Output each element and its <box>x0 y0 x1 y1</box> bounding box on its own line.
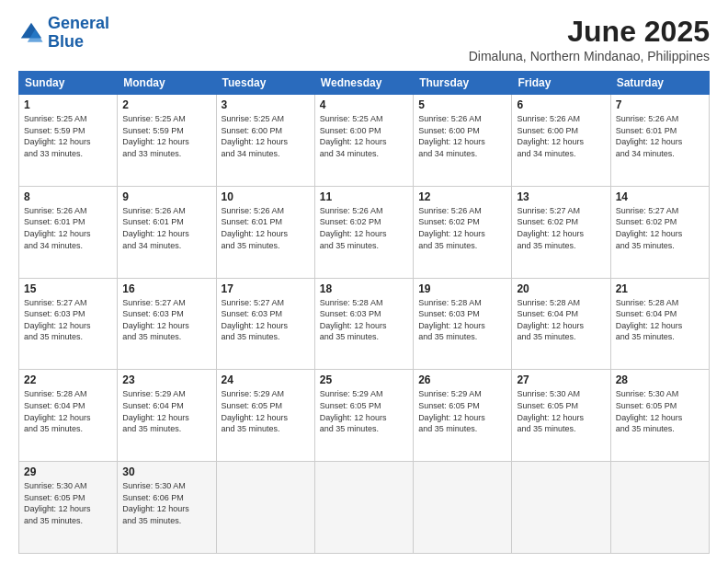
day-number: 2 <box>122 98 210 111</box>
logo: General Blue <box>18 15 109 52</box>
sunset-text: Sunset: 6:05 PM <box>418 401 480 410</box>
col-monday: Monday <box>118 72 216 95</box>
sunrise-text: Sunrise: 5:30 AM <box>616 389 679 398</box>
col-thursday: Thursday <box>414 72 512 95</box>
daylight-minutes: and 34 minutes. <box>122 241 181 250</box>
col-saturday: Saturday <box>610 72 709 95</box>
sunrise-text: Sunrise: 5:29 AM <box>418 389 482 398</box>
day-number: 14 <box>616 190 704 203</box>
day-number: 8 <box>24 190 112 203</box>
daylight-minutes: and 34 minutes. <box>222 149 280 158</box>
sunset-text: Sunset: 6:03 PM <box>24 309 85 318</box>
day-number: 6 <box>517 98 605 111</box>
daylight-minutes: and 33 minutes. <box>24 149 83 158</box>
sunset-text: Sunset: 6:06 PM <box>122 493 184 502</box>
sunrise-text: Sunrise: 5:25 AM <box>320 114 383 123</box>
sunrise-text: Sunrise: 5:29 AM <box>222 389 285 398</box>
day-detail: Sunrise: 5:30 AM Sunset: 6:05 PM Dayligh… <box>24 480 112 526</box>
day-detail: Sunrise: 5:26 AM Sunset: 6:02 PM Dayligh… <box>418 205 506 251</box>
daylight-text: Daylight: 12 hours <box>320 413 387 422</box>
daylight-minutes: and 34 minutes. <box>616 149 675 158</box>
calendar-title: June 2025 <box>469 15 710 49</box>
daylight-minutes: and 34 minutes. <box>517 149 575 158</box>
day-number: 1 <box>24 98 112 111</box>
table-row <box>414 462 512 554</box>
sunrise-text: Sunrise: 5:27 AM <box>616 206 679 215</box>
sunrise-text: Sunrise: 5:29 AM <box>320 389 383 398</box>
col-wednesday: Wednesday <box>314 72 413 95</box>
sunrise-text: Sunrise: 5:26 AM <box>517 114 580 123</box>
sunset-text: Sunset: 6:03 PM <box>222 309 283 318</box>
daylight-minutes: and 35 minutes. <box>616 332 675 341</box>
title-block: June 2025 Dimaluna, Northern Mindanao, P… <box>469 15 710 63</box>
day-detail: Sunrise: 5:25 AM Sunset: 5:59 PM Dayligh… <box>122 113 210 159</box>
sunset-text: Sunset: 5:59 PM <box>122 126 184 135</box>
table-row: 15 Sunrise: 5:27 AM Sunset: 6:03 PM Dayl… <box>19 278 118 370</box>
day-detail: Sunrise: 5:28 AM Sunset: 6:04 PM Dayligh… <box>24 388 112 434</box>
sunset-text: Sunset: 6:01 PM <box>222 217 283 226</box>
daylight-minutes: and 35 minutes. <box>122 516 181 525</box>
day-number: 13 <box>517 190 605 203</box>
calendar-subtitle: Dimaluna, Northern Mindanao, Philippines <box>469 49 710 63</box>
table-row: 3 Sunrise: 5:25 AM Sunset: 6:00 PM Dayli… <box>216 95 314 187</box>
daylight-text: Daylight: 12 hours <box>24 229 91 238</box>
day-detail: Sunrise: 5:30 AM Sunset: 6:06 PM Dayligh… <box>122 480 210 526</box>
day-detail: Sunrise: 5:26 AM Sunset: 6:00 PM Dayligh… <box>517 113 605 159</box>
sunrise-text: Sunrise: 5:25 AM <box>122 114 186 123</box>
sunset-text: Sunset: 6:04 PM <box>616 309 677 318</box>
sunrise-text: Sunrise: 5:25 AM <box>24 114 87 123</box>
sunset-text: Sunset: 6:02 PM <box>418 217 480 226</box>
day-number: 28 <box>616 373 704 386</box>
table-row: 8 Sunrise: 5:26 AM Sunset: 6:01 PM Dayli… <box>19 186 118 278</box>
day-detail: Sunrise: 5:30 AM Sunset: 6:05 PM Dayligh… <box>517 388 605 434</box>
daylight-minutes: and 33 minutes. <box>122 149 181 158</box>
daylight-minutes: and 35 minutes. <box>320 241 379 250</box>
day-detail: Sunrise: 5:28 AM Sunset: 6:04 PM Dayligh… <box>517 297 605 343</box>
table-row: 29 Sunrise: 5:30 AM Sunset: 6:05 PM Dayl… <box>19 462 118 554</box>
day-number: 17 <box>222 282 310 295</box>
calendar-week-row: 8 Sunrise: 5:26 AM Sunset: 6:01 PM Dayli… <box>19 186 710 278</box>
day-detail: Sunrise: 5:26 AM Sunset: 6:02 PM Dayligh… <box>320 205 408 251</box>
sunset-text: Sunset: 6:00 PM <box>320 126 381 135</box>
table-row: 22 Sunrise: 5:28 AM Sunset: 6:04 PM Dayl… <box>19 370 118 462</box>
sunset-text: Sunset: 6:05 PM <box>320 401 381 410</box>
sunset-text: Sunset: 6:04 PM <box>24 401 85 410</box>
calendar-week-row: 22 Sunrise: 5:28 AM Sunset: 6:04 PM Dayl… <box>19 370 710 462</box>
table-row: 18 Sunrise: 5:28 AM Sunset: 6:03 PM Dayl… <box>314 278 413 370</box>
sunset-text: Sunset: 6:00 PM <box>418 126 480 135</box>
table-row <box>216 462 314 554</box>
day-detail: Sunrise: 5:27 AM Sunset: 6:03 PM Dayligh… <box>24 297 112 343</box>
daylight-text: Daylight: 12 hours <box>222 321 289 330</box>
daylight-text: Daylight: 12 hours <box>24 321 91 330</box>
sunrise-text: Sunrise: 5:30 AM <box>122 481 186 490</box>
sunset-text: Sunset: 5:59 PM <box>24 126 85 135</box>
table-row: 12 Sunrise: 5:26 AM Sunset: 6:02 PM Dayl… <box>414 186 512 278</box>
day-detail: Sunrise: 5:28 AM Sunset: 6:03 PM Dayligh… <box>418 297 506 343</box>
daylight-text: Daylight: 12 hours <box>418 229 485 238</box>
day-detail: Sunrise: 5:26 AM Sunset: 6:00 PM Dayligh… <box>418 113 506 159</box>
sunrise-text: Sunrise: 5:26 AM <box>122 206 186 215</box>
day-detail: Sunrise: 5:27 AM Sunset: 6:02 PM Dayligh… <box>616 205 704 251</box>
day-number: 27 <box>517 373 605 386</box>
day-detail: Sunrise: 5:27 AM Sunset: 6:03 PM Dayligh… <box>122 297 210 343</box>
sunrise-text: Sunrise: 5:28 AM <box>616 298 679 307</box>
daylight-minutes: and 35 minutes. <box>222 241 280 250</box>
day-number: 30 <box>122 465 210 478</box>
daylight-minutes: and 35 minutes. <box>418 241 477 250</box>
logo-icon <box>18 20 44 46</box>
table-row: 9 Sunrise: 5:26 AM Sunset: 6:01 PM Dayli… <box>118 186 216 278</box>
table-row: 14 Sunrise: 5:27 AM Sunset: 6:02 PM Dayl… <box>610 186 709 278</box>
day-number: 10 <box>222 190 310 203</box>
day-number: 11 <box>320 190 408 203</box>
day-number: 29 <box>24 465 112 478</box>
daylight-minutes: and 35 minutes. <box>616 424 675 433</box>
calendar-week-row: 1 Sunrise: 5:25 AM Sunset: 5:59 PM Dayli… <box>19 95 710 187</box>
daylight-text: Daylight: 12 hours <box>418 413 485 422</box>
day-detail: Sunrise: 5:26 AM Sunset: 6:01 PM Dayligh… <box>222 205 310 251</box>
day-number: 16 <box>122 282 210 295</box>
table-row <box>610 462 709 554</box>
col-sunday: Sunday <box>19 72 118 95</box>
sunset-text: Sunset: 6:00 PM <box>517 126 578 135</box>
sunrise-text: Sunrise: 5:29 AM <box>122 389 186 398</box>
daylight-minutes: and 35 minutes. <box>517 241 575 250</box>
